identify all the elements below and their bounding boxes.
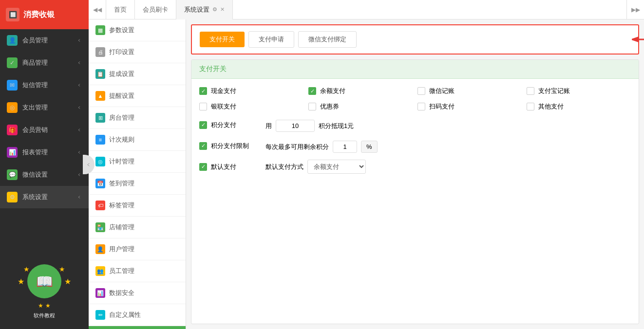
wechat-settings-icon: 💬: [7, 169, 18, 180]
checkbox-points-limit[interactable]: ✓: [199, 142, 207, 150]
payment-label-points: 积分支付: [211, 121, 236, 129]
print-icon: 🖨: [95, 47, 105, 57]
menu-item-print[interactable]: 🖨 打印设置: [89, 41, 186, 63]
payment-label-other: 其他支付: [538, 102, 564, 111]
menu-item-shop-mgmt[interactable]: 🏪 店铺管理: [89, 217, 186, 238]
sms-mgmt-icon: ✉: [7, 80, 18, 91]
sidebar-item-report-mgmt[interactable]: 📊 报表管理 ﹤: [0, 141, 89, 164]
points-limit-config-row: 每次最多可用剩余积分 %: [265, 141, 378, 153]
expense-mgmt-icon: ◎: [7, 102, 18, 113]
sidebar-item-sms-mgmt[interactable]: ✉ 短信管理 ﹤: [0, 74, 89, 96]
menu-item-params[interactable]: ▦ 参数设置: [89, 19, 186, 41]
payment-label-balance: 余额支付: [320, 87, 345, 95]
tab-home-label: 首页: [114, 5, 127, 14]
default-payment-desc-label: 默认支付方式: [265, 163, 303, 171]
sidebar: 🔲 消费收银 👤 会员管理 ﹤ ✓ 商品管理 ﹤ ✉ 短信管理 ﹤ ◎ 支出管理…: [0, 0, 89, 329]
star-left-icon: ★: [18, 277, 24, 286]
sub-tab-payment-apply-label: 支付申请: [259, 36, 284, 43]
menu-item-time-mgmt[interactable]: ◎ 计时管理: [89, 151, 186, 173]
tab-system-settings[interactable]: 系统设置 ⚙ ✕: [176, 0, 233, 19]
menu-item-count-rule[interactable]: ≡ 计次规则: [89, 129, 186, 151]
chevron-icon: ﹤: [77, 171, 82, 178]
sidebar-item-system-settings[interactable]: ⚙ 系统设置 ﹤: [0, 186, 89, 208]
menu-item-extract[interactable]: 📋 提成设置: [89, 63, 186, 85]
points-limit-value-input[interactable]: [333, 141, 357, 153]
nav-prev-button[interactable]: ◀◀: [89, 0, 106, 19]
payment-label-wechat-record: 微信记账: [429, 87, 455, 95]
tag-mgmt-icon: 🏷: [95, 201, 105, 210]
checkbox-points[interactable]: ✓: [199, 121, 207, 129]
menu-item-tag-mgmt[interactable]: 🏷 标签管理: [89, 195, 186, 217]
menu-item-staff-mgmt[interactable]: 👥 员工管理: [89, 260, 186, 282]
payment-option-default: ✓ 默认支付: [199, 163, 258, 171]
payment-switch-content: 支付开关 ✓ 现金支付 ✓ 余额支付: [191, 59, 639, 324]
checkbox-cash[interactable]: ✓: [199, 87, 207, 95]
sidebar-item-label: 商品管理: [22, 58, 48, 67]
tab-close-icon[interactable]: ✕: [220, 6, 225, 13]
sub-tab-payment-apply[interactable]: 支付申请: [248, 31, 294, 48]
percentage-label: %: [361, 141, 378, 153]
payment-option-alipay-record: 支付宝记账: [527, 87, 631, 95]
chevron-icon: ﹤: [77, 104, 82, 111]
menu-item-count-rule-label: 计次规则: [109, 135, 134, 144]
menu-item-custom-attr-label: 自定义属性: [109, 311, 141, 319]
payment-label-alipay-record: 支付宝记账: [538, 87, 570, 95]
user-mgmt-icon: 👤: [95, 244, 105, 254]
tab-member-card[interactable]: 会员刷卡: [135, 0, 176, 19]
checkbox-qrcode[interactable]: [417, 103, 425, 110]
sidebar-item-label: 微信设置: [22, 170, 48, 179]
app-title: 消费收银: [23, 10, 55, 20]
staff-mgmt-icon: 👥: [95, 266, 105, 276]
checkbox-unionpay[interactable]: [199, 103, 207, 110]
right-panel: 支付开关 支付申请 微信支付绑定: [186, 19, 644, 329]
sidebar-item-member-marketing[interactable]: 🎁 会员营销 ﹤: [0, 119, 89, 141]
default-payment-select[interactable]: 余额支付 现金支付 积分支付: [307, 160, 366, 174]
menu-item-data-security[interactable]: 📊 数据安全: [89, 282, 186, 304]
payment-option-wechat-record: 微信记账: [417, 87, 522, 95]
tutorial-button[interactable]: ★ 📖 ★ ★ ★ 软件教程: [10, 264, 79, 319]
app-icon: 🔲: [6, 8, 19, 21]
checkbox-other[interactable]: [527, 103, 534, 110]
menu-item-print-label: 打印设置: [109, 48, 134, 56]
member-mgmt-icon: 👤: [7, 35, 18, 46]
points-value-input[interactable]: [276, 120, 315, 132]
sidebar-item-goods-mgmt[interactable]: ✓ 商品管理 ﹤: [0, 52, 89, 74]
chevron-icon: ﹤: [77, 82, 82, 89]
sub-tab-payment-switch[interactable]: 支付开关: [200, 32, 245, 47]
menu-item-data-security-label: 数据安全: [109, 289, 134, 297]
sidebar-item-member-mgmt[interactable]: 👤 会员管理 ﹤: [0, 29, 89, 52]
checkbox-default[interactable]: ✓: [199, 163, 207, 171]
sidebar-header: 🔲 消费收银: [0, 0, 89, 29]
menu-item-room[interactable]: ⊞ 房台管理: [89, 107, 186, 129]
payment-option-other: 其他支付: [527, 102, 631, 111]
section-title: 支付开关: [199, 65, 227, 73]
sub-tab-wechat-bind[interactable]: 微信支付绑定: [298, 31, 357, 48]
menu-item-tag-mgmt-label: 标签管理: [109, 201, 134, 210]
menu-item-checkin[interactable]: 📅 签到管理: [89, 173, 186, 195]
menu-item-remind[interactable]: ▲ 提醒设置: [89, 85, 186, 107]
menu-item-custom-attr[interactable]: ✏ 自定义属性: [89, 304, 186, 326]
menu-item-extract-label: 提成设置: [109, 70, 134, 78]
nav-next-button[interactable]: ▶▶: [626, 0, 644, 19]
checkbox-wechat-record[interactable]: [417, 87, 425, 95]
checkbox-alipay-record[interactable]: [527, 87, 534, 95]
menu-item-user-mgmt-label: 用户管理: [109, 245, 134, 254]
payment-label-unionpay: 银联支付: [211, 102, 236, 111]
sidebar-item-wechat-settings[interactable]: 💬 微信设置 ﹤: [0, 164, 89, 186]
chevron-icon: ﹤: [77, 194, 82, 201]
tab-home[interactable]: 首页: [106, 0, 135, 19]
custom-attr-icon: ✏: [95, 310, 105, 320]
report-mgmt-icon: 📊: [7, 147, 18, 158]
points-unit-label: 积分抵现1元: [319, 122, 354, 130]
star-right-icon: ★: [64, 277, 71, 286]
menu-item-payment-settings[interactable]: 支 支付设置 ▶: [89, 326, 186, 329]
menu-item-user-mgmt[interactable]: 👤 用户管理: [89, 238, 186, 260]
chevron-icon: ﹤: [77, 127, 82, 133]
chevron-icon: ﹤: [77, 37, 82, 44]
checkbox-balance[interactable]: ✓: [308, 87, 316, 95]
main-content: ◀◀ 首页 会员刷卡 系统设置 ⚙ ✕ ▶▶ ▦ 参数设置 🖨 打印设置: [89, 0, 644, 329]
extract-icon: 📋: [95, 69, 105, 79]
checkbox-coupon[interactable]: [308, 103, 316, 110]
payment-label-qrcode: 扫码支付: [429, 102, 455, 111]
sidebar-item-expense-mgmt[interactable]: ◎ 支出管理 ﹤: [0, 96, 89, 119]
